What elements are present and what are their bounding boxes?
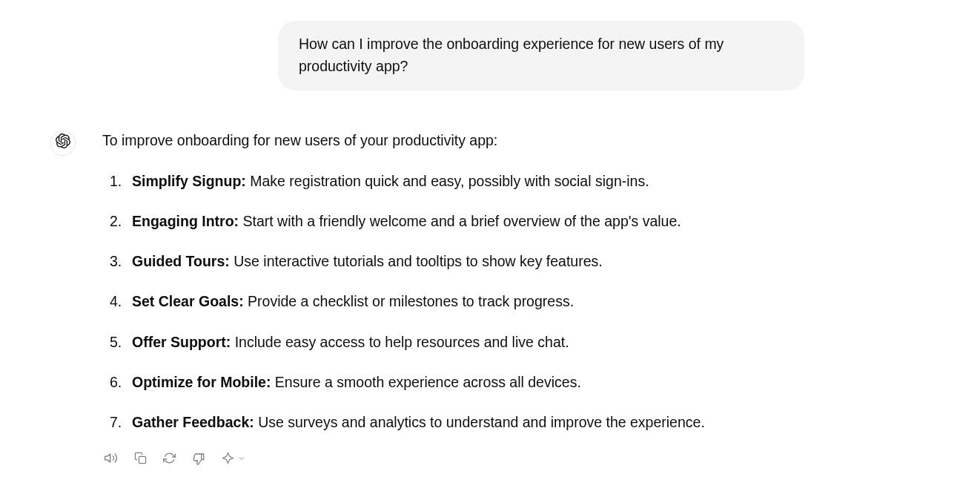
list-item: Engaging Intro: Start with a friendly we… [102,210,705,232]
thumbs-down-icon [192,452,205,467]
openai-logo-icon [56,133,70,154]
bad-response-button[interactable] [192,452,205,467]
list-item: Gather Feedback: Use surveys and analyti… [102,411,705,433]
svg-rect-0 [139,457,145,464]
list-item: Set Clear Goals: Provide a checklist or … [102,290,705,312]
list-item-title: Guided Tours: [132,253,230,269]
list-item-text: Make registration quick and easy, possib… [246,173,649,189]
copy-button[interactable] [134,452,147,467]
copy-icon [134,452,147,467]
list-item-title: Set Clear Goals: [132,293,244,309]
list-item-title: Optimize for Mobile: [132,374,271,390]
list-item-title: Simplify Signup: [132,173,246,189]
assistant-intro: To improve onboarding for new users of y… [102,129,705,151]
list-item-text: Ensure a smooth experience across all de… [271,374,580,390]
conversation: How can I improve the onboarding experie… [0,0,980,467]
message-actions [102,451,705,467]
list-item: Guided Tours: Use interactive tutorials … [102,250,705,272]
user-message-text: How can I improve the onboarding experie… [299,36,724,74]
list-item-title: Offer Support: [132,334,231,350]
list-item-text: Use surveys and analytics to understand … [254,414,705,430]
list-item-title: Engaging Intro: [132,213,239,229]
list-item-text: Provide a checklist or milestones to tra… [244,293,574,309]
list-item: Offer Support: Include easy access to he… [102,331,705,353]
assistant-message-row: To improve onboarding for new users of y… [0,129,980,467]
sparkle-icon [222,452,234,467]
more-actions-button[interactable] [222,452,246,467]
assistant-list: Simplify Signup: Make registration quick… [102,170,705,434]
refresh-icon [163,452,176,467]
chevron-down-icon [237,454,246,465]
user-message-bubble: How can I improve the onboarding experie… [278,21,804,90]
list-item-text: Include easy access to help resources an… [231,334,569,350]
read-aloud-button[interactable] [104,451,118,467]
assistant-content: To improve onboarding for new users of y… [102,129,705,467]
list-item-title: Gather Feedback: [132,414,254,430]
assistant-avatar [50,131,76,156]
list-item: Simplify Signup: Make registration quick… [102,170,705,192]
list-item-text: Start with a friendly welcome and a brie… [239,213,681,229]
list-item-text: Use interactive tutorials and tooltips t… [230,253,603,269]
user-message-row: How can I improve the onboarding experie… [0,21,980,90]
speaker-icon [104,451,118,467]
list-item: Optimize for Mobile: Ensure a smooth exp… [102,371,705,393]
regenerate-button[interactable] [163,452,176,467]
